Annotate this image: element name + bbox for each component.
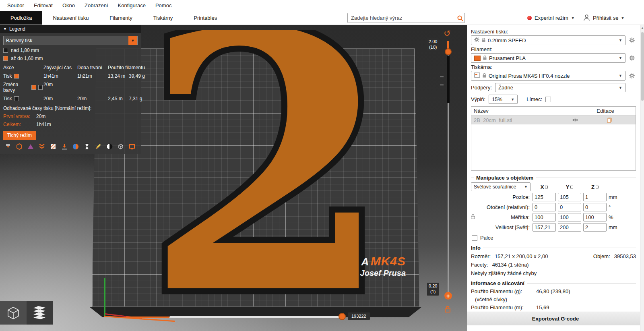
layer-slider-handle[interactable] <box>445 48 452 55</box>
axis-header-y: Y <box>558 184 581 190</box>
lock-icon <box>483 73 486 79</box>
panel-scrollbar[interactable]: ▲ <box>640 25 644 331</box>
printer-gear-button[interactable] <box>628 73 636 79</box>
scale-y-input[interactable] <box>558 213 581 221</box>
infill-label: Výplň: <box>471 96 485 102</box>
size-x-input[interactable] <box>533 223 556 232</box>
login-button[interactable]: Přihlásit se ▼ <box>583 11 625 25</box>
tab-plater[interactable]: Podložka <box>0 11 42 25</box>
used-filament-m-value: 15,69 <box>536 304 549 310</box>
search-icon[interactable] <box>456 15 464 21</box>
tool-head-icon[interactable] <box>4 142 12 151</box>
search-input[interactable] <box>348 15 456 21</box>
custom-gcode-icon[interactable] <box>94 142 102 151</box>
move-slider-handle[interactable] <box>339 313 346 320</box>
print-settings-select[interactable]: 0.20mm SPEED ▼ <box>471 35 625 45</box>
move-slider-track[interactable] <box>169 316 340 318</box>
menu-file[interactable]: Soubor <box>2 0 29 10</box>
tab-print-settings[interactable]: Nastavení tisku <box>42 11 99 25</box>
rotate-view-icon[interactable]: ↺ <box>444 29 451 37</box>
filament-gear-button[interactable] <box>628 55 636 61</box>
legend-collapse-header[interactable]: ▼ Legend <box>0 25 141 33</box>
add-color-change-button[interactable]: + <box>444 292 452 300</box>
coordinate-system-select[interactable]: Světové souřadnice ▼ <box>471 182 530 191</box>
filament-select[interactable]: Prusament PLA ▼ <box>471 53 625 63</box>
uniform-scale-lock-icon[interactable] <box>471 214 475 220</box>
viewport-3d[interactable]: 2 A MK4S Josef Prusa ▼ Legend Barevný ti… <box>0 25 467 331</box>
used-filament-m-label: Použito Filamentu (m): <box>471 304 536 310</box>
print-settings-gear-button[interactable] <box>628 37 636 43</box>
position-y-input[interactable] <box>558 193 581 201</box>
used-filament-g-label: Použito Filamentu (g): <box>471 288 536 294</box>
info-header: Info <box>471 245 636 251</box>
axis-header-x: X <box>533 184 556 190</box>
cell-used-g: 7,31 g <box>129 96 146 101</box>
login-label: Přihlásit se <box>593 15 619 21</box>
printer-select[interactable]: Original Prusa MK4S HF0.4 nozzle ▼ <box>471 71 625 81</box>
size-info-value: 157,21 x 200,00 x 2,00 <box>495 253 593 259</box>
supports-select[interactable]: Žádné ▼ <box>495 83 625 92</box>
cell-used-m: 2,45 m <box>108 96 128 101</box>
view-switcher <box>0 301 53 325</box>
menu-edit[interactable]: Editovat <box>29 0 58 10</box>
infill-select[interactable]: 15% ▼ <box>489 95 518 104</box>
view-mode-select[interactable]: Barevný tisk ▼ <box>3 36 138 45</box>
estimated-time-icon[interactable] <box>83 142 91 151</box>
menu-window[interactable]: Okno <box>58 0 80 10</box>
lock-icon[interactable] <box>444 306 451 314</box>
size-info-label: Rozměr: <box>471 253 491 259</box>
stealth-mode-tab[interactable]: Tichý režim <box>3 131 36 140</box>
seams-icon[interactable] <box>27 142 35 151</box>
scale-x-input[interactable] <box>533 213 556 221</box>
object-row[interactable]: 2B_20cm_full.stl <box>471 116 636 124</box>
export-gcode-button[interactable]: Exportovat G-code <box>467 312 644 325</box>
brim-checkbox[interactable] <box>545 97 551 102</box>
view-layers-thumbnail[interactable] <box>27 301 53 325</box>
scrollbar-thumb[interactable] <box>641 32 644 101</box>
tab-printers[interactable]: Tiskárny <box>143 11 184 25</box>
travels-icon[interactable] <box>38 142 46 151</box>
retractions-icon[interactable] <box>60 142 69 151</box>
tool-changes-icon[interactable] <box>105 142 114 151</box>
filament-swap-icon[interactable] <box>128 142 136 151</box>
object-list: Název Editace 2B_20cm_full.stl <box>471 106 636 171</box>
size-z-input[interactable] <box>583 223 607 232</box>
color-print-icon[interactable] <box>15 142 24 151</box>
inches-checkbox[interactable] <box>472 235 477 241</box>
menu-view[interactable]: Zobrazení <box>80 0 113 10</box>
object-list-header: Název Editace <box>471 107 636 116</box>
menu-configuration[interactable]: Konfigurace <box>113 0 151 10</box>
rotation-z-input[interactable] <box>583 203 607 211</box>
legend-range-row: až do 1,60 mm <box>3 56 138 61</box>
menu-help[interactable]: Pomoc <box>151 0 176 10</box>
tab-filaments[interactable]: Filamenty <box>99 11 142 25</box>
lock-icon <box>482 37 485 43</box>
move-slider-lower-range <box>126 317 169 318</box>
spool-note: (včetně cívky) <box>475 296 636 302</box>
visibility-eye-icon[interactable] <box>567 118 583 122</box>
table-row-action: Změna barvy <box>3 82 43 93</box>
view-mode-dropdown-button[interactable]: ▼ <box>128 36 137 45</box>
edit-object-icon[interactable] <box>583 118 636 123</box>
legend-range-row: nad 1,80 mm <box>3 48 138 53</box>
shells-icon[interactable] <box>116 142 125 151</box>
position-x-input[interactable] <box>533 193 556 201</box>
scale-z-input[interactable] <box>583 213 607 221</box>
position-z-input[interactable] <box>583 193 607 201</box>
chevron-down-icon: ▼ <box>571 16 575 20</box>
scale-label: Měřítka: <box>471 214 530 220</box>
tab-printables[interactable]: Printables <box>183 11 227 25</box>
rotation-y-input[interactable] <box>558 203 581 211</box>
size-y-input[interactable] <box>558 223 581 232</box>
errors-text: Nebyly zjištěny žádné chyby <box>471 270 537 276</box>
rotation-label: Otočení (relativní): <box>471 204 530 210</box>
legend-table: Akce Zbývající čas Doba trvání Použito f… <box>3 65 138 101</box>
printer-icon <box>474 72 480 79</box>
rotation-x-input[interactable] <box>533 203 556 211</box>
view-3d-thumbnail[interactable] <box>0 301 27 325</box>
deretractions-icon[interactable] <box>72 142 80 151</box>
first-layer-row: První vrstva:20m <box>3 114 138 119</box>
expert-mode-selector[interactable]: Expertní režim ▼ <box>527 11 575 25</box>
infill-hatch-icon[interactable] <box>49 142 58 151</box>
scrollbar-up-arrow[interactable]: ▲ <box>641 26 644 30</box>
